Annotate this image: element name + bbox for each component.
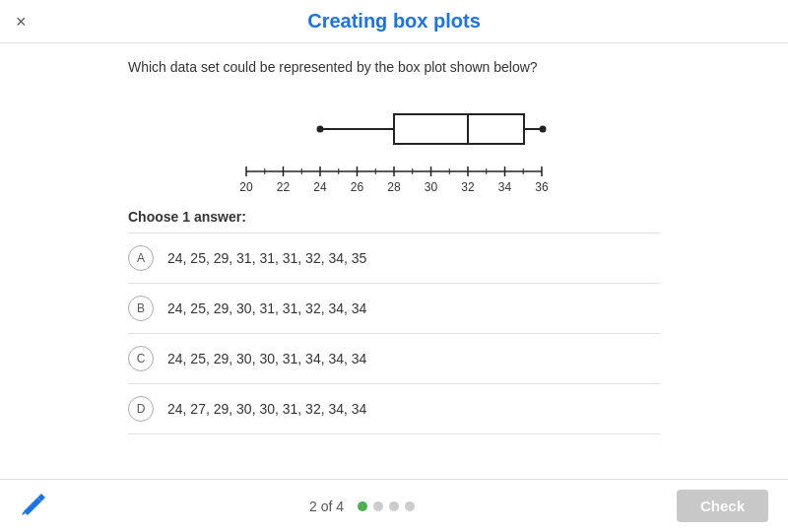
svg-text:24: 24 [313,180,327,194]
progress-dots [358,501,415,511]
boxplot-svg [227,95,561,164]
choice-b-circle: B [128,296,154,321]
choice-b[interactable]: B 24, 25, 29, 30, 31, 31, 32, 34, 34 [128,284,660,334]
min-marker [317,126,324,133]
choose-label: Choose 1 answer: [128,209,660,225]
dot-1 [358,501,367,511]
check-button[interactable]: Check [677,490,768,522]
choice-c-text: 24, 25, 29, 30, 30, 31, 34, 34, 34 [167,351,366,366]
svg-text:26: 26 [351,180,364,194]
svg-text:20: 20 [239,180,253,194]
choice-d-circle: D [128,396,154,422]
max-marker [540,126,547,133]
svg-text:32: 32 [461,180,475,194]
boxplot-container: 20 22 24 26 28 30 32 34 36 [128,95,660,199]
choice-a-text: 24, 25, 29, 31, 31, 31, 32, 34, 35 [167,250,366,266]
svg-text:28: 28 [387,180,401,194]
progress-text: 2 of 4 [309,499,344,514]
choice-d-text: 24, 27, 29, 30, 30, 31, 32, 34, 34 [167,401,366,417]
choice-a-circle: A [128,245,154,271]
page-title: Creating box plots [307,10,481,33]
box-rect [394,114,524,144]
svg-text:34: 34 [498,180,512,194]
footer: 2 of 4 Check [0,479,788,532]
main-content: Which data set could be represented by t… [0,43,788,444]
choice-c-circle: C [128,346,154,371]
svg-text:30: 30 [425,180,438,194]
close-button[interactable]: × [16,11,27,32]
question-text: Which data set could be represented by t… [128,59,660,75]
svg-text:36: 36 [535,180,549,194]
choice-c[interactable]: C 24, 25, 29, 30, 30, 31, 34, 34, 34 [128,334,660,384]
header: × Creating box plots [0,0,788,43]
dot-2 [373,501,383,511]
logo-icon [20,490,47,522]
progress-section: 2 of 4 [309,499,415,514]
svg-text:22: 22 [277,180,291,194]
choice-d[interactable]: D 24, 27, 29, 30, 30, 31, 32, 34, 34 [128,384,660,434]
numberline-svg: 20 22 24 26 28 30 32 34 36 [227,164,561,199]
choice-b-text: 24, 25, 29, 30, 31, 31, 32, 34, 34 [167,300,366,316]
choice-a[interactable]: A 24, 25, 29, 31, 31, 31, 32, 34, 35 [128,233,660,284]
answer-choices: A 24, 25, 29, 31, 31, 31, 32, 34, 35 B 2… [128,233,660,434]
dot-4 [405,501,415,511]
dot-3 [389,501,399,511]
